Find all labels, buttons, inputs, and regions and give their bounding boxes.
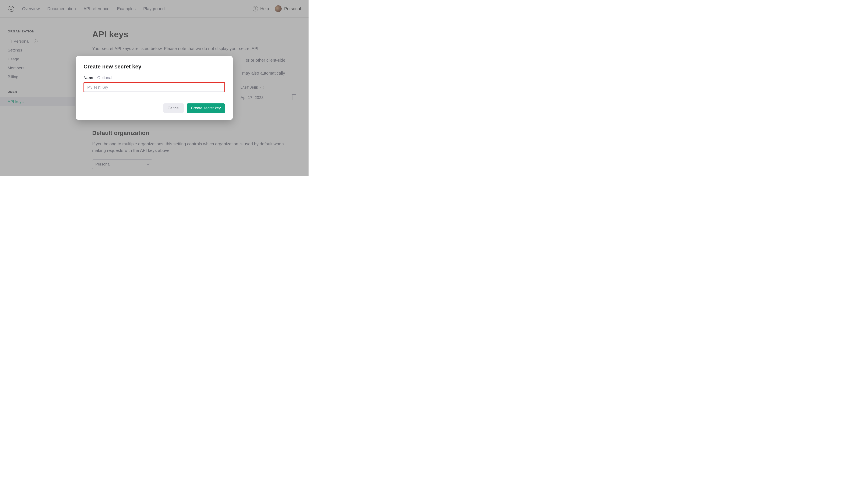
modal-title: Create new secret key <box>84 63 225 70</box>
modal-actions: Cancel Create secret key <box>84 103 225 113</box>
modal-field-label: Name Optional <box>84 75 225 80</box>
create-secret-key-modal: Create new secret key Name Optional Canc… <box>76 56 233 120</box>
secret-key-name-input[interactable] <box>84 83 224 92</box>
name-input-highlight <box>84 82 225 92</box>
modal-overlay[interactable]: Create new secret key Name Optional Canc… <box>0 0 309 176</box>
create-secret-key-button[interactable]: Create secret key <box>187 103 225 113</box>
field-label-name: Name <box>84 75 95 80</box>
cancel-button[interactable]: Cancel <box>164 103 184 113</box>
field-label-optional: Optional <box>97 75 112 80</box>
